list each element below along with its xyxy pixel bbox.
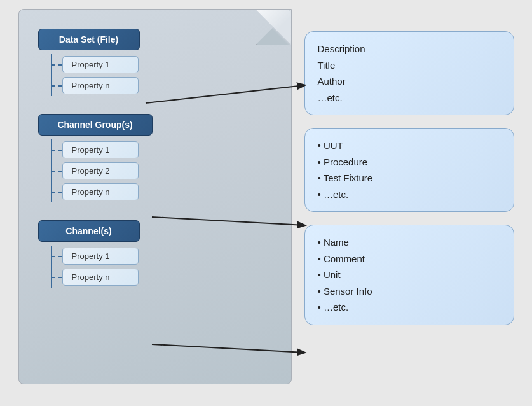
channel-group-tree: Property 1 Property 2 Property n <box>51 139 282 202</box>
property-box: Property 1 <box>62 248 139 265</box>
info-line: • Name <box>318 234 501 251</box>
list-item: Property 1 <box>51 141 282 158</box>
dataset-box: Data Set (File) <box>38 29 140 50</box>
info-box-channel: • Name • Comment • Unit • Sensor Info • … <box>304 225 514 325</box>
info-line: • …etc. <box>318 299 501 316</box>
channel-group-header: Channel Group(s) <box>38 114 282 136</box>
connector <box>51 171 62 172</box>
property-box: Property n <box>62 77 139 94</box>
info-line: Title <box>318 57 501 74</box>
dataset-tree: Property 1 Property n <box>51 54 282 96</box>
info-line: • Comment <box>318 251 501 267</box>
connector <box>51 64 62 66</box>
list-item: Property n <box>51 77 282 94</box>
section-dataset: Data Set (File) Property 1 Property n <box>38 29 282 96</box>
info-line: Description <box>318 41 501 57</box>
property-box: Property n <box>62 183 139 200</box>
channel-header: Channel(s) <box>38 220 282 242</box>
document: Data Set (File) Property 1 Property n <box>18 9 292 384</box>
info-line: • Test Fixture <box>318 170 501 186</box>
property-box: Property 1 <box>62 141 139 158</box>
info-box-channel-group: • UUT • Procedure • Test Fixture • …etc. <box>304 128 514 212</box>
property-box: Property n <box>62 269 139 286</box>
info-line: • …etc. <box>318 186 501 203</box>
info-line: • Procedure <box>318 154 501 171</box>
connector <box>51 277 62 278</box>
info-box-dataset: Description Title Author …etc. <box>304 31 514 115</box>
list-item: Property 1 <box>51 248 282 265</box>
channel-tree: Property 1 Property n <box>51 246 282 288</box>
document-content: Data Set (File) Property 1 Property n <box>38 29 282 371</box>
list-item: Property n <box>51 269 282 286</box>
connector <box>51 192 62 193</box>
property-box: Property 2 <box>62 162 139 179</box>
info-line: Author <box>318 73 501 90</box>
channel-box: Channel(s) <box>38 220 140 242</box>
list-item: Property 2 <box>51 162 282 179</box>
property-box: Property 1 <box>62 56 139 73</box>
connector <box>51 150 62 151</box>
page-container: Data Set (File) Property 1 Property n <box>18 9 514 397</box>
info-panel: Description Title Author …etc. • UUT • P… <box>292 9 514 325</box>
info-line: …etc. <box>318 90 501 106</box>
connector <box>51 85 62 87</box>
list-item: Property n <box>51 183 282 200</box>
info-line: • Unit <box>318 267 501 283</box>
dataset-header: Data Set (File) <box>38 29 282 50</box>
info-line: • UUT <box>318 137 501 154</box>
connector <box>51 256 62 257</box>
list-item: Property 1 <box>51 56 282 73</box>
channel-group-box: Channel Group(s) <box>38 114 153 136</box>
section-channel: Channel(s) Property 1 Property n <box>38 220 282 288</box>
info-line: • Sensor Info <box>318 283 501 300</box>
section-channel-group: Channel Group(s) Property 1 Property 2 P… <box>38 114 282 202</box>
